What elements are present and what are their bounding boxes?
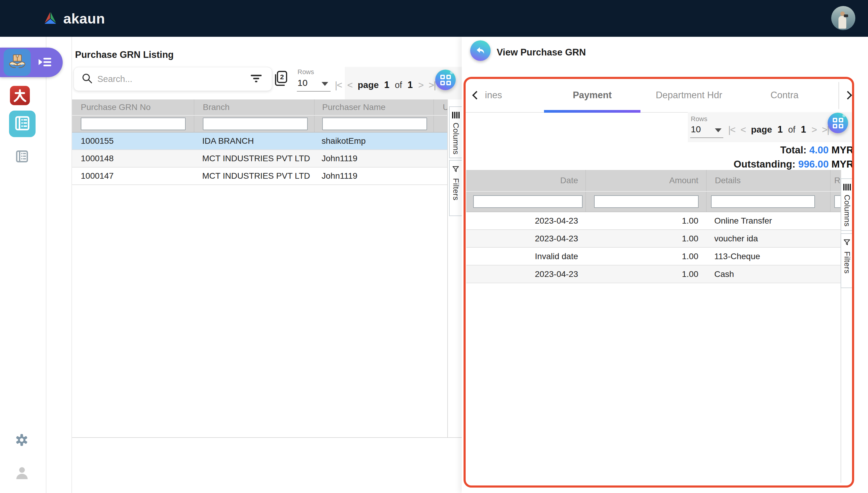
apps-grid-button[interactable] [828, 113, 848, 133]
rows-select-underline [690, 137, 723, 138]
next-page-button[interactable]: > [811, 124, 817, 135]
form-list-gray-icon [16, 159, 28, 164]
payment-row[interactable]: 2023-04-23 1.00 voucher ida [466, 230, 841, 248]
table-filter-row [466, 191, 841, 212]
outstanding-currency: MYR [831, 158, 853, 170]
last-page-button[interactable]: >| [429, 80, 435, 91]
copy-pages-icon: 2 [273, 83, 288, 88]
user-icon [15, 475, 29, 480]
back-button[interactable] [470, 40, 491, 61]
active-app-pill[interactable] [0, 48, 63, 77]
profile-button[interactable] [15, 467, 29, 480]
filter-input-purchaser-name[interactable] [322, 117, 427, 130]
payment-row[interactable]: 2023-04-23 1.00 Cash [466, 265, 841, 283]
tabs-scroll-right-button[interactable] [839, 79, 856, 111]
of-label: of [395, 80, 402, 90]
svg-text:2: 2 [280, 73, 284, 81]
search-input[interactable] [97, 74, 227, 84]
filter-input-remarks-clipped[interactable] [834, 195, 841, 208]
dropdown-caret-icon[interactable] [322, 82, 328, 86]
rows-per-page-select[interactable]: 10 [298, 78, 307, 88]
prev-page-button[interactable]: < [740, 124, 746, 135]
payment-row[interactable]: 2023-04-23 1.00 Online Transfer [466, 212, 841, 230]
rows-per-page-label: Rows [298, 68, 314, 76]
filter-funnel-icon [452, 166, 460, 174]
detail-title: View Purchase GRN [497, 47, 586, 58]
of-label: of [788, 125, 795, 135]
rows-per-page-select[interactable]: 10 [691, 124, 701, 134]
table-row-selected[interactable]: 1000155 IDA BRANCH shaikotEmp [72, 133, 448, 150]
filter-input-branch[interactable] [203, 117, 308, 130]
table-header-row: Purchase GRN No Branch Purchaser Name Up [72, 100, 448, 115]
dropdown-caret-icon[interactable] [715, 128, 721, 132]
columns-side-tab[interactable]: Columns [841, 178, 853, 231]
filter-input-details[interactable] [711, 195, 815, 208]
outstanding-value: 996.00 [798, 158, 829, 170]
duplicate-view-button[interactable]: 2 [273, 70, 288, 87]
cell-amount: 1.00 [585, 234, 706, 243]
pagination: |< < page 1 of 1 > >| [335, 79, 435, 91]
brand-wordmark: akaun [63, 10, 105, 27]
purchase-grn-listing-panel: Purchase GRN Listing 2 Rows [71, 37, 463, 493]
columns-side-tab-label: Columns [842, 195, 852, 227]
column-header-branch[interactable]: Branch [194, 100, 314, 115]
tab-lines-clipped[interactable]: ines [485, 79, 524, 111]
total-pages: 1 [408, 80, 413, 90]
table-row[interactable]: 1000148 MCT INDUSTRIES PVT LTD John1119 [72, 150, 448, 168]
settings-button[interactable] [15, 433, 28, 448]
table-row[interactable]: 1000147 MCT INDUSTRIES PVT LTD John1119 [72, 168, 448, 185]
tab-contra[interactable]: Contra [738, 79, 831, 111]
first-page-button[interactable]: |< [728, 124, 735, 135]
column-header-updated-clipped[interactable]: Up [433, 100, 448, 115]
page-label: page [358, 80, 379, 90]
cell-grn-no: 1000155 [72, 136, 194, 146]
cell-branch: IDA BRANCH [194, 136, 314, 146]
pagination: |< < page 1 of 1 > >| [728, 124, 829, 135]
next-page-button[interactable]: > [418, 80, 423, 91]
table-right-divider [447, 100, 448, 437]
filter-lines-icon[interactable] [251, 75, 262, 83]
back-arrow-icon [474, 44, 486, 57]
payment-row[interactable]: Invalid date 1.00 113-Cheque [466, 248, 841, 265]
apps-grid-button[interactable] [435, 70, 456, 90]
column-header-amount[interactable]: Amount [585, 170, 706, 191]
sidebar-item-purchase-app[interactable] [4, 49, 31, 76]
filters-side-tab[interactable]: Filters [841, 233, 853, 288]
column-header-remarks-clipped[interactable]: Re [830, 170, 841, 191]
filter-input-purchase-grn-no[interactable] [81, 117, 186, 130]
hands-box-app-icon [7, 52, 27, 72]
filter-input-amount[interactable] [594, 195, 699, 208]
page-title: Purchase GRN Listing [75, 49, 174, 60]
tab-department-hdr[interactable]: Department Hdr [641, 79, 738, 111]
form-list-teal-icon [15, 116, 30, 132]
user-avatar[interactable] [831, 6, 855, 30]
cell-purchaser: John1119 [314, 154, 433, 163]
filters-side-tab-label: Filters [451, 178, 460, 200]
cell-details: 113-Cheque [706, 252, 830, 261]
column-header-details[interactable]: Details [706, 170, 830, 191]
payment-totals: Total: 4.00 MYR Outstanding: 996.00 MYR [734, 143, 853, 171]
prev-page-button[interactable]: < [347, 80, 352, 91]
total-label: Total: [780, 144, 806, 155]
filters-side-tab[interactable]: Filters [449, 160, 462, 216]
app-screen: akaun [0, 0, 868, 493]
column-header-purchaser-name[interactable]: Purchaser Name [314, 100, 433, 115]
filter-input-date[interactable] [473, 195, 583, 208]
brand[interactable]: akaun [42, 0, 105, 37]
sidebar-item-listing-app-active[interactable] [9, 111, 36, 137]
columns-side-tab[interactable]: Columns [449, 106, 462, 158]
grid-apps-icon [440, 75, 451, 85]
column-header-purchase-grn-no[interactable]: Purchase GRN No [72, 100, 194, 115]
first-page-button[interactable]: |< [335, 80, 342, 91]
table-bottom-divider [72, 437, 462, 438]
outstanding-label: Outstanding: [734, 158, 795, 170]
filters-side-tab-label: Filters [842, 251, 852, 274]
sidebar-item-listing-secondary[interactable] [16, 149, 28, 165]
filter-funnel-icon [843, 239, 851, 247]
tab-payment-active[interactable]: Payment [544, 79, 641, 111]
column-header-date[interactable]: Date [466, 170, 585, 191]
payment-table: Date Amount Details Re 2023-04-23 1.00 O… [466, 170, 841, 283]
active-tab-underline [544, 110, 641, 113]
tabs-scroll-left-button[interactable] [468, 79, 485, 111]
sidebar-item-dai-app[interactable] [10, 86, 30, 105]
